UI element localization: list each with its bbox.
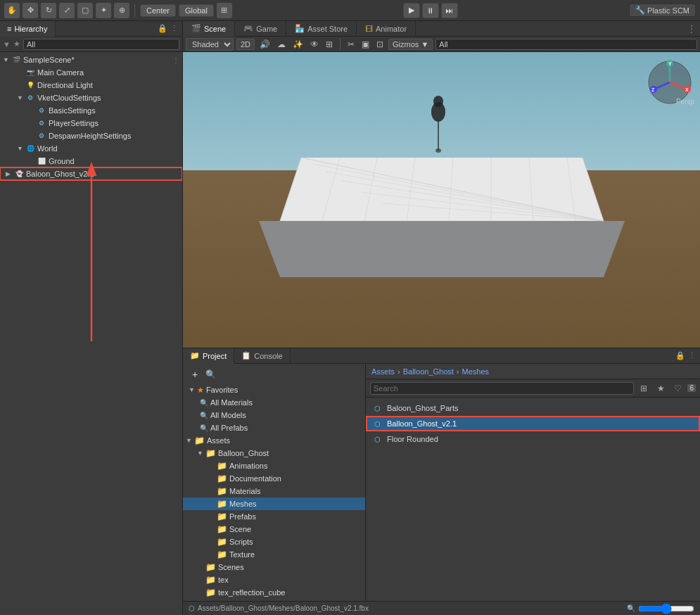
vket-item[interactable]: ▼ ⚙ VketCloudSettings xyxy=(0,91,182,104)
documentation-folder[interactable]: 📁 Documentation xyxy=(183,472,365,485)
scene-menu[interactable]: ⋮ xyxy=(172,56,179,64)
add-asset-button[interactable]: + xyxy=(187,367,203,382)
scripts-icon: 📁 xyxy=(217,537,227,547)
tex-folder[interactable]: 📁 tex xyxy=(183,573,365,586)
mesh-label: Meshes xyxy=(227,500,257,508)
prefabs-folder[interactable]: 📁 Prefabs xyxy=(183,510,365,523)
pause-button[interactable]: ⏸ xyxy=(422,3,439,18)
assets-icon: 📁 xyxy=(194,436,205,445)
file-search-input[interactable] xyxy=(370,382,634,395)
game-tab[interactable]: 🎮 Game xyxy=(235,21,286,37)
project-lock-icon[interactable]: 🔒 xyxy=(675,351,685,360)
project-menu-icon[interactable]: ⋮ xyxy=(688,351,696,360)
materials-folder[interactable]: 📁 Materials xyxy=(183,485,365,497)
sky-icon[interactable]: ☁ xyxy=(275,39,288,49)
center-button[interactable]: Center xyxy=(140,4,176,17)
global-label: Global xyxy=(185,6,208,15)
playmode-controls: ▶ ⏸ ⏭ xyxy=(235,3,626,18)
scene-root-item[interactable]: ▼ 🎬 SampleScene* ⋮ xyxy=(0,53,182,66)
animations-folder[interactable]: 📁 Animations xyxy=(183,459,365,472)
meshes-folder[interactable]: 📁 Meshes xyxy=(183,497,365,510)
step-button[interactable]: ⏭ xyxy=(441,3,458,18)
view-mode-icon[interactable]: ▣ xyxy=(359,39,371,49)
gizmos-button[interactable]: Gizmos ▼ xyxy=(388,39,433,50)
balloon-ghost-folder[interactable]: ▼ 📁 Balloon_Ghost xyxy=(183,447,365,459)
asset-store-tab[interactable]: 🏪 Asset Store xyxy=(286,21,357,37)
grid-icon[interactable]: ⊞ xyxy=(217,3,232,18)
collab-icon[interactable]: ✂ xyxy=(345,39,357,49)
favorites-btn[interactable]: ♡ xyxy=(670,381,685,395)
scene-folder[interactable]: 📁 Scene xyxy=(183,523,365,535)
hand-tool-icon[interactable]: ✋ xyxy=(4,3,20,18)
file-item-parts[interactable]: ⬡ Baloon_Ghost_Parts xyxy=(366,400,700,416)
ghost-mesh-icon: ⬡ xyxy=(371,418,383,429)
2d-button[interactable]: 2D xyxy=(236,39,255,50)
zoom-range[interactable] xyxy=(638,603,694,614)
baloon-ghost-item[interactable]: ▶ 👻 Baloon_Ghost_v2.1 xyxy=(0,167,182,180)
tex-reflection-folder[interactable]: 📁 tex_reflection_cube xyxy=(183,586,365,599)
custom-tool-icon[interactable]: ⊕ xyxy=(114,3,129,18)
scene-icon: 🎬 xyxy=(11,55,21,65)
animator-tab[interactable]: 🎞 Animator xyxy=(357,21,416,37)
hide-icon[interactable]: 👁 xyxy=(308,39,321,49)
breadcrumb-assets[interactable]: Assets xyxy=(371,367,395,376)
scene-tab-menu[interactable]: ⋮ xyxy=(687,24,696,34)
basic-settings-item[interactable]: ⚙ BasicSettings xyxy=(0,104,182,117)
main-camera-item[interactable]: 📷 Main Camera xyxy=(0,66,182,79)
bottom-panel: 📁 Project 📋 Console 🔒 ⋮ + 🔍 xyxy=(183,348,700,615)
hierarchy-menu-icon[interactable]: ⋮ xyxy=(170,24,178,33)
all-mat-label: All Materials xyxy=(208,398,253,407)
view-toggle-btn[interactable]: ⊞ xyxy=(637,381,651,395)
file-item-floor[interactable]: ⬡ Floor Rounded xyxy=(366,431,700,447)
assets-root-item[interactable]: ▼ 📁 Assets xyxy=(183,434,365,447)
all-materials-item[interactable]: 🔍 All Materials xyxy=(183,396,365,409)
world-item[interactable]: ▼ 🌐 World xyxy=(0,142,182,155)
console-tab[interactable]: 📋 Console xyxy=(234,348,290,364)
scale-tool-icon[interactable]: ⤢ xyxy=(59,3,75,18)
console-tab-icon: 📋 xyxy=(241,351,251,360)
scene-tab[interactable]: 🎬 Scene xyxy=(183,21,235,37)
texture-folder[interactable]: 📁 Texture xyxy=(183,548,365,561)
texf-icon: 📁 xyxy=(205,575,216,585)
all-models-item[interactable]: 🔍 All Models xyxy=(183,409,365,421)
shading-select[interactable]: Shaded xyxy=(186,38,234,51)
transform-tool-icon[interactable]: ✦ xyxy=(96,3,111,18)
play-button[interactable]: ▶ xyxy=(403,3,420,18)
rotate-tool-icon[interactable]: ↻ xyxy=(41,3,56,18)
audio-icon[interactable]: 🔊 xyxy=(257,39,272,49)
player-settings-item[interactable]: ⚙ PlayerSettings xyxy=(0,117,182,129)
ground-item[interactable]: ⬜ Ground xyxy=(0,155,182,167)
directional-light-item[interactable]: 💡 Directional Light xyxy=(0,79,182,91)
global-button[interactable]: Global xyxy=(179,4,214,17)
scene-view[interactable]: Y X Z Persp xyxy=(183,52,700,348)
scenes-folder[interactable]: 📁 Scenes xyxy=(183,561,365,573)
effects-icon[interactable]: ✨ xyxy=(291,39,305,49)
scene-search-input[interactable] xyxy=(435,39,697,50)
scene-gizmo[interactable]: Y X Z Persp xyxy=(645,58,694,107)
move-tool-icon[interactable]: ✥ xyxy=(23,3,38,18)
favorites-item[interactable]: ▼ ★ Favorites xyxy=(183,383,365,396)
breadcrumb-meshes[interactable]: Meshes xyxy=(462,367,490,376)
plastic-scm-button[interactable]: 🔧 Plastic SCM xyxy=(629,4,696,17)
project-tab[interactable]: 📁 Project xyxy=(183,348,234,364)
file-item-ghost[interactable]: ⬡ Balloon_Ghost_v2.1 xyxy=(366,416,700,431)
fav-icon: ★ xyxy=(197,386,204,395)
grid-scene-icon[interactable]: ⊞ xyxy=(324,39,335,49)
scene-background: Y X Z Persp xyxy=(183,52,700,348)
scene-label: SampleScene* xyxy=(23,56,75,64)
rect-tool-icon[interactable]: ▢ xyxy=(77,3,93,18)
star-filter-btn[interactable]: ★ xyxy=(654,381,668,395)
hierarchy-tab[interactable]: ≡ Hierarchy xyxy=(0,21,56,37)
view-opts-icon[interactable]: ⊡ xyxy=(374,39,386,49)
despawn-item[interactable]: ⚙ DespawnHeightSettings xyxy=(0,129,182,142)
hierarchy-search-input[interactable] xyxy=(23,39,179,50)
ghost-expand-arrow: ▶ xyxy=(6,170,14,177)
scripts-folder[interactable]: 📁 Scripts xyxy=(183,535,365,548)
assets-arrow: ▼ xyxy=(186,437,194,444)
all-prefabs-item[interactable]: 🔍 All Prefabs xyxy=(183,421,365,434)
floor-label: Floor Rounded xyxy=(387,435,438,443)
zoom-slider[interactable]: 🔍 xyxy=(627,603,694,614)
breadcrumb-balloon[interactable]: Balloon_Ghost xyxy=(403,367,454,376)
hierarchy-lock-icon[interactable]: 🔒 xyxy=(158,24,167,33)
mat-label: Materials xyxy=(227,487,261,495)
